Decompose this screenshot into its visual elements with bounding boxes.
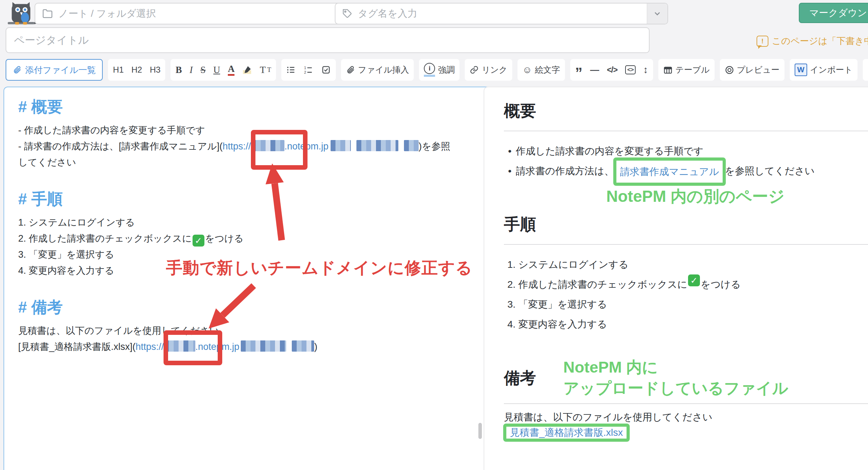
tag-dropdown-toggle[interactable] xyxy=(647,3,667,24)
overview-link-pre: - 請求書の作成方法は、[請求書作成マニュアル]( xyxy=(18,141,223,152)
editor-step2: 2. 作成した請求書のチェックボックスに✓をつける xyxy=(18,230,489,247)
preview-step2-post: をつける xyxy=(701,274,741,294)
resize-editor-button[interactable]: ↕ xyxy=(643,64,648,75)
divider xyxy=(504,131,868,131)
url-scheme: https:// xyxy=(136,342,164,352)
divider xyxy=(504,403,868,404)
smiley-icon: ☺ xyxy=(522,65,532,75)
bold-button[interactable]: B xyxy=(175,65,182,75)
font-size-button[interactable]: T T xyxy=(260,64,271,75)
green-annotation-notes-line2: アップロードしているファイル xyxy=(563,378,788,399)
red-annotation-box-overview-url xyxy=(251,130,308,170)
link-icon xyxy=(470,65,479,74)
inline-code-button[interactable]: </> xyxy=(607,65,617,75)
folder-icon xyxy=(42,8,53,19)
preview-scrollbar-thumb[interactable] xyxy=(478,423,482,439)
code-block-button[interactable]: <> xyxy=(625,65,636,74)
preview-heading-steps: 手順 xyxy=(504,214,868,234)
emphasis-group: i 強調 xyxy=(419,59,460,81)
link-group: リンク xyxy=(465,59,512,81)
censored-url-path xyxy=(241,340,286,352)
numbered-list-button[interactable]: 1 2 xyxy=(304,65,313,75)
import-label: インポート xyxy=(810,64,853,75)
bullet-dot: • xyxy=(504,141,516,161)
check-emoji: ✓ xyxy=(193,235,204,247)
link-label: リンク xyxy=(482,64,507,75)
target-icon xyxy=(725,65,734,75)
highlighter-pen-icon xyxy=(242,65,252,75)
overview-link-post: )を参照 xyxy=(419,141,450,152)
bullet-list-icon xyxy=(286,65,296,75)
manual-page-link[interactable]: 請求書作成マニュアル xyxy=(620,166,719,177)
green-annotation-box-manual-link: 請求書作成マニュアル xyxy=(613,157,725,186)
h2-button[interactable]: H2 xyxy=(131,65,142,75)
blockquote-button[interactable]: ” xyxy=(575,69,583,76)
table-icon xyxy=(663,65,673,75)
censored-url-path xyxy=(404,140,419,151)
emphasis-label: 強調 xyxy=(438,64,455,75)
red-annotation-label: 手動で新しいチームドメインに修正する xyxy=(166,257,472,279)
green-annotation-overview: NotePM 内の別のページ xyxy=(606,186,784,207)
censored-url-path xyxy=(356,140,398,151)
chevron-down-icon xyxy=(653,9,662,18)
underline-button[interactable]: U xyxy=(213,65,220,75)
font-color-button[interactable]: A xyxy=(228,64,235,75)
table-label: テーブル xyxy=(675,64,710,75)
draft-notice-icon: ! xyxy=(757,36,768,47)
check-emoji: ✓ xyxy=(688,274,700,286)
uploaded-file-link[interactable]: 見積書_適格請求書版.xlsx xyxy=(510,427,623,438)
editor-toolbar: 添付ファイル一覧 H1 H2 H3 B I S U A T T xyxy=(6,59,868,81)
font-size-large-glyph: T xyxy=(260,64,266,75)
attachment-list-button[interactable]: 添付ファイル一覧 xyxy=(6,59,103,81)
horizontal-rule-button[interactable]: — xyxy=(590,65,599,75)
checklist-icon xyxy=(321,65,331,75)
markdown-mode-button[interactable]: マークダウン xyxy=(799,3,868,23)
import-group: W インポート xyxy=(790,59,858,81)
file-insert-button[interactable]: ファイル挿入 xyxy=(346,64,409,75)
draft-notice-text: このページは「下書き中」です xyxy=(772,35,868,47)
table-button[interactable]: テーブル xyxy=(663,64,710,75)
preview-pane: 概要 • 作成した請求書の内容を変更する手順です • 請求書の作成方法は、請求書… xyxy=(484,87,868,470)
tag-name-field[interactable] xyxy=(335,3,668,24)
file-insert-label: ファイル挿入 xyxy=(358,64,409,75)
page-title-field[interactable] xyxy=(6,27,650,53)
note-folder-select[interactable] xyxy=(35,3,346,24)
info-icon: i xyxy=(424,63,435,77)
numbered-list-icon: 1 2 xyxy=(304,65,313,75)
censored-url-path xyxy=(292,340,314,352)
editor-step1: 1. システムにログインする xyxy=(18,214,489,230)
note-folder-input[interactable] xyxy=(58,8,339,20)
editor-heading-steps: # 手順 xyxy=(18,190,489,208)
editor-heading-notes: # 備考 xyxy=(18,298,489,316)
checklist-button[interactable] xyxy=(321,65,331,75)
strikethrough-button[interactable]: S xyxy=(200,65,205,75)
tag-name-input[interactable] xyxy=(357,8,642,20)
red-annotation-box-notes-url xyxy=(164,330,222,365)
preview-bullet2-text: 請求書の作成方法は、請求書作成マニュアルを参照してください xyxy=(516,161,815,181)
word-import-button[interactable]: W インポート xyxy=(795,64,853,76)
preview-step2: 2. 作成した請求書のチェックボックスに✓をつける xyxy=(507,274,868,294)
preview-file-row: 見積書_適格請求書版.xlsx xyxy=(504,427,868,437)
font-size-small-glyph: T xyxy=(267,66,272,74)
notes-link-post: ) xyxy=(314,342,317,352)
link-button[interactable]: リンク xyxy=(470,64,507,75)
italic-button[interactable]: I xyxy=(189,65,193,75)
svg-text:1: 1 xyxy=(304,66,306,70)
preview-step2-pre: 2. 作成した請求書のチェックボックスに xyxy=(507,274,687,294)
preview-button[interactable]: プレビュー xyxy=(725,64,780,75)
block-group: ” — </> <> ↕ xyxy=(570,59,653,81)
emoji-button[interactable]: ☺ 絵文字 xyxy=(522,64,560,75)
format-group: B I S U A T T xyxy=(171,59,276,81)
file-insert-group: ファイル挿入 xyxy=(341,59,414,81)
h3-button[interactable]: H3 xyxy=(150,65,161,75)
bullet-list-button[interactable] xyxy=(286,65,296,75)
tag-icon xyxy=(342,9,352,19)
highlight-button[interactable] xyxy=(242,65,252,75)
page-title-input[interactable] xyxy=(13,34,642,46)
editor-step2-post: をつける xyxy=(205,233,244,244)
preview-step1: 1. システムにログインする xyxy=(507,255,868,274)
preview-label: プレビュー xyxy=(737,64,780,75)
h1-button[interactable]: H1 xyxy=(113,65,124,75)
bullet-dot: • xyxy=(504,161,516,181)
emphasis-button[interactable]: i 強調 xyxy=(424,63,455,77)
